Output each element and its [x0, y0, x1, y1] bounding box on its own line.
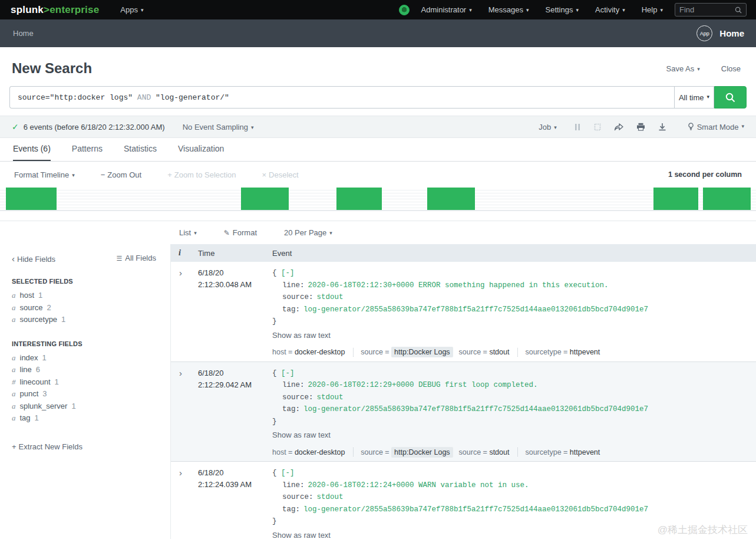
json-value[interactable]: 2020-06-18T02:12:24+0000 WARN variable n… [308, 481, 529, 489]
zoom-to-selection-button[interactable]: +Zoom to Selection [167, 170, 236, 179]
timeline-bar[interactable] [703, 188, 751, 210]
expand-event-icon[interactable]: › [171, 467, 198, 539]
extract-new-fields-link[interactable]: +Extract New Fields [0, 439, 170, 455]
tab-events[interactable]: Events (6) [13, 144, 51, 161]
apps-menu[interactable]: Apps▾ [113, 5, 150, 14]
event-field-value[interactable]: http:Docker Logs [391, 347, 453, 357]
show-raw-text-link[interactable]: Show as raw text [272, 530, 331, 539]
search-query-input[interactable]: source="http:docker logs" AND "log-gener… [9, 86, 674, 109]
settings-menu[interactable]: Settings▾ [537, 5, 587, 14]
event-field-source[interactable]: source = http:Docker Logs [361, 448, 453, 456]
field-item-index[interactable]: aindex1 [0, 352, 170, 364]
messages-menu-label: Messages [488, 5, 523, 14]
event-field-source[interactable]: source = stdout [459, 348, 510, 356]
column-header-info[interactable]: i [171, 248, 198, 258]
breadcrumb[interactable]: Home [13, 29, 34, 38]
timeline-bar[interactable] [427, 188, 475, 210]
show-raw-text-link[interactable]: Show as raw text [272, 429, 331, 441]
event-field-sourcetype[interactable]: sourcetype = httpevent [525, 448, 600, 456]
event-field-value[interactable]: stdout [489, 348, 509, 356]
json-value[interactable]: stdout [317, 493, 344, 501]
field-item-tag[interactable]: atag1 [0, 412, 170, 425]
job-menu[interactable]: Job▾ [539, 123, 557, 132]
timeline-bar[interactable] [336, 188, 382, 210]
field-item-punct[interactable]: apunct3 [0, 388, 170, 400]
expand-event-icon[interactable]: › [171, 367, 198, 457]
all-fields-button[interactable]: ☰All Fields [116, 254, 156, 264]
event-sampling-menu[interactable]: No Event Sampling▾ [183, 123, 254, 132]
export-button[interactable] [658, 123, 666, 131]
save-as-button[interactable]: Save As▾ [666, 64, 700, 73]
field-item-source[interactable]: asource2 [0, 302, 170, 314]
json-value[interactable]: stdout [317, 293, 344, 301]
activity-menu-label: Activity [595, 5, 619, 14]
field-item-splunk_server[interactable]: asplunk_server1 [0, 400, 170, 413]
field-item-line[interactable]: aline6 [0, 364, 170, 376]
hide-fields-button[interactable]: ‹Hide Fields [12, 254, 55, 264]
timeline-bar[interactable] [653, 188, 699, 210]
field-item-linecount[interactable]: #linecount1 [0, 376, 170, 389]
event-field-value[interactable]: httpevent [570, 348, 600, 356]
lightbulb-icon [688, 123, 694, 131]
column-header-event[interactable]: Event [272, 249, 756, 258]
event-field-value[interactable]: docker-desktop [295, 448, 345, 456]
collapse-json-link[interactable]: [-] [281, 369, 295, 377]
collapse-json-link[interactable]: [-] [281, 269, 295, 277]
pause-job-button[interactable] [574, 123, 581, 131]
json-value[interactable]: log-generator/2855a58639ba747ef788b1f5a2… [303, 405, 648, 413]
tab-visualization[interactable]: Visualization [178, 144, 224, 161]
json-value[interactable]: log-generator/2855a58639ba747ef788b1f5a2… [303, 305, 648, 314]
event-field-value[interactable]: httpevent [570, 448, 600, 456]
search-mode-menu[interactable]: Smart Mode▾ [688, 123, 744, 132]
json-value[interactable]: 2020-06-18T02:12:29+0000 DEBUG first loo… [308, 381, 538, 389]
close-button[interactable]: Close [721, 64, 741, 73]
user-avatar[interactable] [399, 5, 410, 15]
per-page-menu[interactable]: 20 Per Page▾ [284, 228, 332, 237]
deselect-button[interactable]: ×Deselect [262, 170, 299, 179]
app-badge-icon: App [696, 25, 712, 41]
list-view-menu[interactable]: List▾ [179, 228, 197, 237]
event-field-sourcetype[interactable]: sourcetype = httpevent [525, 348, 600, 356]
activity-menu[interactable]: Activity▾ [587, 5, 633, 14]
time-range-picker[interactable]: All time▾ [674, 86, 714, 109]
selected-fields-list: ahost1asource2asourcetype1 [0, 290, 170, 326]
zoom-out-button[interactable]: −Zoom Out [101, 170, 141, 179]
event-field-source[interactable]: source = stdout [459, 448, 510, 456]
field-item-sourcetype[interactable]: asourcetype1 [0, 314, 170, 326]
splunk-logo[interactable]: splunk>enterprise [11, 4, 99, 16]
find-input[interactable]: Find [675, 3, 747, 17]
event-field-host[interactable]: host = docker-desktop [272, 448, 345, 456]
search-button[interactable] [714, 86, 747, 109]
event-field-host[interactable]: host = docker-desktop [272, 348, 345, 356]
job-menu-label: Job [539, 123, 551, 132]
field-name: linecount [20, 377, 51, 386]
event-field-value[interactable]: stdout [489, 448, 509, 456]
administrator-menu[interactable]: Administrator▾ [413, 5, 480, 14]
timeline-bar[interactable] [6, 188, 57, 210]
stop-job-button[interactable] [594, 123, 601, 131]
show-raw-text-link[interactable]: Show as raw text [272, 330, 331, 341]
timeline-bar[interactable] [241, 188, 289, 210]
expand-event-icon[interactable]: › [171, 267, 198, 357]
print-button[interactable] [636, 123, 645, 131]
event-field-source[interactable]: source = http:Docker Logs [361, 348, 453, 356]
format-results-button[interactable]: ✎Format [224, 228, 257, 237]
help-menu[interactable]: Help▾ [633, 5, 671, 14]
event-field-label: host = [272, 348, 295, 356]
share-job-button[interactable] [614, 123, 623, 131]
tab-patterns[interactable]: Patterns [72, 144, 103, 161]
format-timeline-menu[interactable]: Format Timeline▾ [14, 170, 75, 179]
field-item-host[interactable]: ahost1 [0, 290, 170, 302]
json-value[interactable]: log-generator/2855a58639ba747ef788b1f5a2… [303, 505, 648, 514]
event-field-value[interactable]: http:Docker Logs [391, 447, 453, 458]
json-value[interactable]: 2020-06-18T02:12:30+0000 ERROR something… [308, 281, 609, 290]
check-icon: ✓ [12, 122, 19, 132]
tab-statistics[interactable]: Statistics [124, 144, 157, 161]
column-header-time[interactable]: Time [198, 249, 272, 258]
event-field-value[interactable]: docker-desktop [295, 348, 345, 356]
json-value[interactable]: stdout [317, 393, 344, 402]
field-name: index [20, 353, 38, 362]
messages-menu[interactable]: Messages▾ [480, 5, 537, 14]
collapse-json-link[interactable]: [-] [281, 469, 295, 477]
timeline-chart[interactable] [0, 188, 756, 211]
